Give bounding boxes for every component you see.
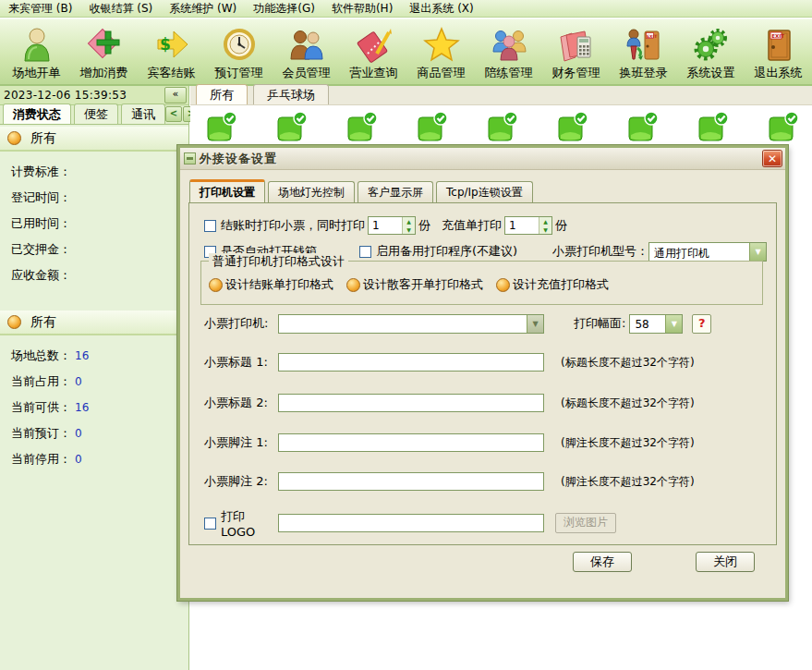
format-bullet-icon	[496, 278, 510, 292]
business-query-icon	[355, 26, 394, 65]
print-logo-checkbox[interactable]	[204, 518, 216, 530]
stat-currently-disabled: 当前停用：0	[11, 446, 188, 472]
design-walkin-format-button[interactable]: 设计散客开单打印格式	[346, 276, 483, 293]
format-bullet-icon	[209, 278, 223, 292]
toolbar-button-coach-management[interactable]: 陪练管理	[475, 26, 542, 81]
ticket-footer2-label: 小票脚注 2:	[204, 473, 278, 490]
design-checkout-format-button[interactable]: 设计结账单打印格式	[209, 276, 333, 293]
close-button[interactable]: 关闭	[696, 552, 755, 572]
chevron-down-icon[interactable]: ▼	[527, 315, 543, 333]
toolbar-button-member-management[interactable]: 会员管理	[273, 26, 340, 81]
toolbar-button-shift-login[interactable]: EXIT 换班登录	[610, 26, 677, 81]
menu-item-exit-system[interactable]: 退出系统 (X)	[401, 0, 481, 17]
spin-up-icon[interactable]: ▲	[539, 217, 551, 225]
venue-available-icon[interactable]	[347, 111, 378, 145]
chevron-down-icon[interactable]: ▼	[665, 315, 682, 333]
paper-width-value: 58	[630, 315, 665, 333]
tab-customer-display[interactable]: 客户显示屏	[358, 181, 433, 202]
ticket-title1-input[interactable]	[278, 353, 544, 372]
collapse-sidebar-button[interactable]: «	[164, 87, 187, 104]
print-on-checkout-checkbox[interactable]	[204, 220, 216, 232]
venue-available-icon[interactable]	[488, 111, 518, 145]
ticket-footer1-input[interactable]	[278, 433, 544, 452]
format-bullet-icon	[346, 278, 360, 292]
tab-venue-light-control[interactable]: 场地灯光控制	[268, 181, 355, 202]
toolbar-button-exit-system[interactable]: EXIT 退出系统	[745, 26, 812, 81]
menu-item-function-select[interactable]: 功能选择(G)	[245, 0, 323, 17]
design-recharge-format-button[interactable]: 设计充值打印格式	[496, 276, 609, 293]
field-amount-due: 应收金额：	[11, 262, 188, 288]
ticket-footer2-input[interactable]	[278, 472, 544, 491]
recharge-copies-spinner[interactable]: 1 ▲▼	[504, 216, 552, 235]
shift-login-icon: EXIT	[624, 26, 663, 65]
stat-currently-reserved: 当前预订：0	[11, 420, 188, 446]
venue-available-icon[interactable]	[207, 111, 237, 145]
field-used-time: 已用时间：	[11, 211, 188, 237]
venue-available-icon[interactable]	[769, 111, 799, 145]
stat-currently-available: 当前可供：16	[11, 395, 188, 420]
dialog-titlebar: 外接设备设置 ✕	[180, 148, 785, 170]
spin-down-icon[interactable]: ▼	[403, 225, 415, 234]
ticket-title2-label: 小票标题 2:	[204, 395, 278, 411]
toolbar-label: 预订管理	[215, 65, 263, 81]
menubar: 来宾管理 (B) 收银结算 (S) 系统维护 (W) 功能选择(G) 软件帮助(…	[0, 0, 812, 18]
sidebar-tab-communication[interactable]: 通讯	[121, 104, 165, 124]
venue-available-icon[interactable]	[558, 111, 588, 145]
section-bullet-icon	[7, 131, 21, 145]
venue-tab-pingpong[interactable]: 乒乓球场	[253, 84, 329, 104]
menu-item-system-maintenance[interactable]: 系统维护 (W)	[161, 0, 245, 17]
printer-model-select[interactable]: 通用打印机 ▼	[648, 242, 767, 262]
sidebar-tab-notes[interactable]: 便签	[74, 104, 118, 124]
print-format-group: 普通打印机打印格式设计 设计结账单打印格式 设计散客开单打印格式 设计充值打印格…	[200, 261, 763, 305]
toolbar-button-reservation[interactable]: 预订管理	[205, 26, 273, 81]
spinner-buttons: ▲▼	[402, 217, 415, 234]
ticket-printer-select[interactable]: ▼	[278, 314, 544, 334]
save-button[interactable]: 保存	[573, 552, 632, 572]
toolbar-button-business-query[interactable]: 营业查询	[340, 26, 407, 81]
print-logo-label: 打印LOGO	[221, 508, 278, 539]
spin-up-icon[interactable]: ▲	[403, 217, 415, 225]
toolbar-button-finance-management[interactable]: 财务管理	[542, 26, 610, 81]
toolbar-label: 增加消费	[80, 65, 128, 81]
tab-tcpip-chain-settings[interactable]: Tcp/Ip连锁设置	[436, 181, 533, 202]
ticket-printer-value	[279, 315, 527, 333]
logo-path-input[interactable]	[278, 514, 544, 532]
clock-icon	[220, 26, 259, 65]
toolbar-button-guest-checkout[interactable]: $ 宾客结账	[138, 26, 205, 81]
toolbar: 场地开单 增加消费 $ 宾客结账 预订管理 会员管理 营业查询 商品管理 陪练管	[0, 18, 812, 86]
stat-value: 0	[75, 427, 82, 440]
paper-width-select[interactable]: 58 ▼	[629, 314, 683, 334]
sidebar-tab-consumption-status[interactable]: 消费状态	[3, 104, 71, 124]
scroll-left-icon[interactable]: <	[165, 106, 182, 122]
close-icon[interactable]: ✕	[763, 151, 782, 166]
ticket-footer1-row: 小票脚注 1: (脚注长度不超过32个字符)	[204, 432, 767, 454]
gears-icon	[692, 26, 731, 65]
venue-available-icon[interactable]	[418, 111, 448, 145]
venue-tab-all[interactable]: 所有	[196, 84, 248, 104]
toolbar-button-open-venue[interactable]: 场地开单	[3, 26, 70, 81]
toolbar-label: 营业查询	[350, 65, 398, 81]
printer-model-value: 通用打印机	[649, 243, 749, 261]
checkout-arrow-icon: $	[152, 26, 191, 65]
toolbar-button-goods-management[interactable]: 商品管理	[407, 26, 475, 81]
venue-available-icon[interactable]	[628, 111, 659, 145]
venue-grid	[190, 105, 812, 145]
ticket-title2-input[interactable]	[278, 394, 544, 412]
menu-item-software-help[interactable]: 软件帮助(H)	[323, 0, 401, 17]
menu-item-cashier-settlement[interactable]: 收银结算 (S)	[80, 0, 161, 17]
toolbar-button-system-settings[interactable]: 系统设置	[677, 26, 745, 81]
ticket-title2-hint: (标题长度不超过32个字符)	[561, 396, 695, 411]
backup-program-checkbox[interactable]	[359, 246, 371, 258]
checkout-copies-spinner[interactable]: 1 ▲▼	[368, 216, 416, 235]
browse-image-button[interactable]: 浏览图片	[555, 513, 616, 533]
tab-printer-settings[interactable]: 打印机设置	[189, 179, 265, 202]
chevron-down-icon[interactable]: ▼	[749, 243, 766, 261]
spin-down-icon[interactable]: ▼	[539, 225, 551, 234]
venue-available-icon[interactable]	[698, 111, 729, 145]
section-title: 所有	[30, 130, 56, 147]
venue-available-icon[interactable]	[277, 111, 308, 145]
toolbar-button-add-consumption[interactable]: 增加消费	[70, 26, 138, 81]
help-button[interactable]: ?	[692, 314, 711, 334]
menu-item-guest-management[interactable]: 来宾管理 (B)	[0, 0, 80, 17]
stat-value: 16	[75, 349, 89, 362]
